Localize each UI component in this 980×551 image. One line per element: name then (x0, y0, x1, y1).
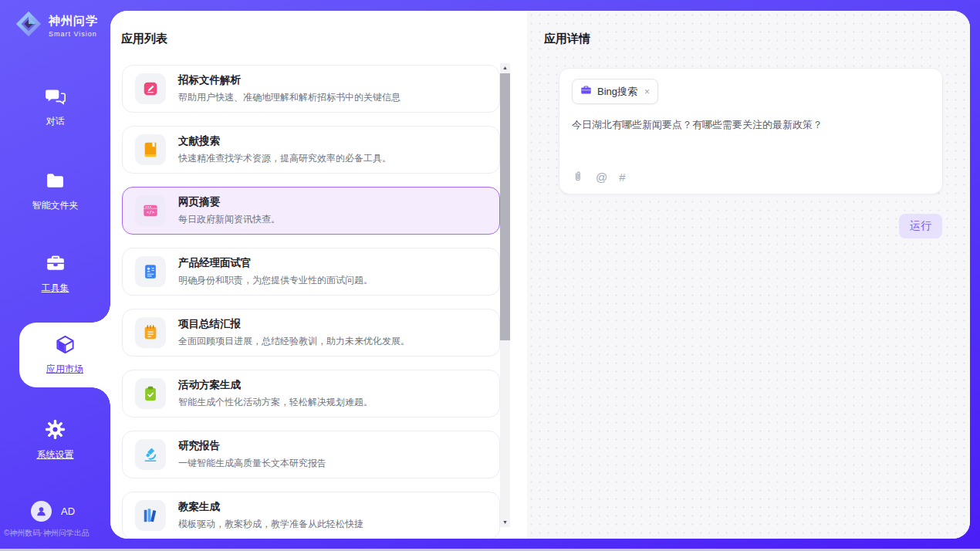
avatar (31, 501, 52, 522)
composer-toolbar: @ # (572, 170, 626, 184)
app-list-scrollbar[interactable]: ▲ ▼ (500, 63, 510, 527)
app-card-desc: 明确身份和职责，为您提供专业性的面试问题。 (178, 274, 373, 287)
resume-icon (135, 256, 166, 287)
app-detail-title: 应用详情 (544, 32, 970, 46)
scroll-up-icon[interactable]: ▲ (502, 63, 508, 73)
app-card-research-report[interactable]: 研究报告 一键智能生成高质量长文本研究报告 (122, 431, 500, 478)
clipboard-check-icon (135, 378, 166, 409)
gem-logo-icon (14, 9, 43, 42)
scroll-down-icon[interactable]: ▼ (502, 518, 508, 527)
app-card-title: 项目总结汇报 (178, 317, 410, 331)
folder-icon (45, 171, 66, 194)
app-card-desc: 全面回顾项目进展，总结经验教训，助力未来优化发展。 (178, 335, 410, 348)
app-card-pm-interviewer[interactable]: 产品经理面试官 明确身份和职责，为您提供专业性的面试问题。 (122, 248, 500, 296)
sidebar: 神州问学 Smart Vision 对话 智能文件夹 工具集 (0, 0, 110, 551)
svg-text:</>: </> (147, 209, 155, 215)
sidebar-item-settings[interactable]: 系统设置 (0, 419, 110, 461)
query-text-input[interactable]: 今日湖北有哪些新闻要点？有哪些需要关注的最新政策？ (572, 117, 912, 133)
app-card-title: 文献搜索 (178, 134, 391, 148)
toolbox-icon (45, 253, 66, 276)
remove-tag-icon[interactable]: × (644, 86, 650, 97)
app-card-literature-search[interactable]: 文献搜索 快速精准查找学术资源，提高研究效率的必备工具。 (122, 126, 500, 174)
sidebar-item-smart-folder[interactable]: 智能文件夹 (0, 171, 110, 212)
prompt-editor-card[interactable]: Bing搜索 × 今日湖北有哪些新闻要点？有哪些需要关注的最新政策？ @ # (559, 68, 943, 194)
sidebar-item-label: 系统设置 (37, 448, 74, 461)
edit-document-icon (135, 73, 166, 104)
microscope-icon (135, 439, 166, 470)
sidebar-item-app-market[interactable]: 应用市场 (19, 323, 110, 387)
app-card-desc: 每日政府新闻资讯快查。 (178, 213, 280, 226)
hashtag-icon[interactable]: # (619, 171, 625, 184)
app-card-desc: 快速精准查找学术资源，提高研究效率的必备工具。 (178, 152, 391, 165)
app-list-panel: 应用列表 招标文件解析 帮助用户快速、准确地理解和解析招标书中的关键信息 (110, 11, 527, 539)
notepad-icon (135, 317, 166, 348)
brand-name: 神州问学 (49, 14, 98, 29)
brand-subtitle: Smart Vision (49, 30, 98, 38)
app-card-desc: 智能生成个性化活动方案，轻松解决规划难题。 (178, 396, 373, 409)
app-card-list: 招标文件解析 帮助用户快速、准确地理解和解析招标书中的关键信息 文献搜索 快速精… (122, 65, 500, 539)
mention-icon[interactable]: @ (596, 171, 607, 184)
copyright-footer: ©神州数码·神州问学出品 (4, 528, 90, 539)
sidebar-item-label: 工具集 (42, 282, 69, 295)
app-card-lesson-plan[interactable]: 教案生成 模板驱动，教案秒成，教学准备从此轻松快捷 (122, 492, 500, 539)
tool-tag-label: Bing搜索 (597, 85, 637, 99)
briefcase-icon (580, 84, 592, 99)
brand-logo: 神州问学 Smart Vision (14, 9, 98, 42)
sidebar-item-label: 智能文件夹 (32, 199, 79, 212)
sidebar-item-label: 应用市场 (46, 363, 83, 376)
app-card-web-summary[interactable]: </> 网页摘要 每日政府新闻资讯快查。 (122, 187, 500, 235)
app-card-desc: 帮助用户快速、准确地理解和解析招标书中的关键信息 (178, 91, 400, 104)
gear-icon (45, 419, 66, 443)
content-area: 应用列表 招标文件解析 帮助用户快速、准确地理解和解析招标书中的关键信息 (110, 11, 970, 539)
app-card-title: 教案生成 (178, 500, 363, 514)
app-card-title: 产品经理面试官 (178, 256, 373, 270)
app-card-title: 招标文件解析 (178, 73, 400, 87)
app-card-bid-parse[interactable]: 招标文件解析 帮助用户快速、准确地理解和解析招标书中的关键信息 (122, 65, 500, 113)
app-card-title: 网页摘要 (178, 195, 280, 209)
cube-icon (55, 334, 76, 358)
app-card-title: 活动方案生成 (178, 378, 373, 392)
book-icon (135, 134, 166, 165)
user-profile[interactable]: AD (31, 501, 75, 522)
sidebar-item-label: 对话 (46, 115, 65, 128)
books-icon (135, 500, 166, 531)
chat-icon (45, 86, 66, 110)
scrollbar-thumb[interactable] (500, 73, 510, 340)
browser-code-icon: </> (135, 195, 166, 226)
attachment-icon[interactable] (572, 170, 584, 184)
sidebar-item-chat[interactable]: 对话 (0, 86, 110, 128)
app-card-title: 研究报告 (178, 439, 326, 453)
tool-tag-bing-search[interactable]: Bing搜索 × (572, 79, 658, 104)
app-list-title: 应用列表 (121, 32, 527, 46)
app-card-event-plan[interactable]: 活动方案生成 智能生成个性化活动方案，轻松解决规划难题。 (122, 370, 500, 417)
app-card-desc: 一键智能生成高质量长文本研究报告 (178, 457, 326, 470)
sidebar-item-toolset[interactable]: 工具集 (0, 253, 110, 295)
run-button[interactable]: 运行 (899, 214, 942, 238)
app-card-desc: 模板驱动，教案秒成，教学准备从此轻松快捷 (178, 518, 363, 531)
user-name: AD (61, 505, 75, 517)
app-detail-panel: 应用详情 Bing搜索 × 今日湖北有哪些新闻要点？有哪些需要关注的最新政策？ (527, 11, 970, 539)
app-card-project-summary[interactable]: 项目总结汇报 全面回顾项目进展，总结经验教训，助力未来优化发展。 (122, 309, 500, 357)
